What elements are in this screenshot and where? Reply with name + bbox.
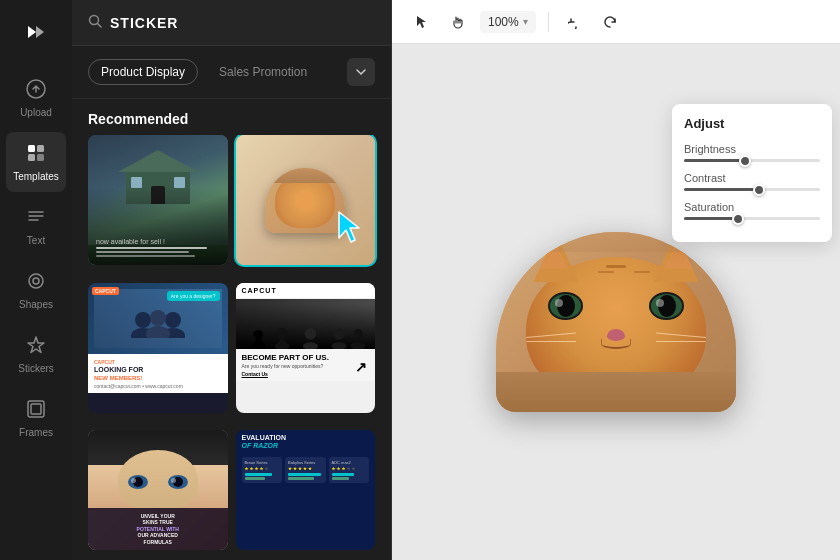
cat-left-eye — [548, 292, 583, 320]
canvas-toolbar: 100% ▾ — [392, 0, 840, 44]
template-card-business[interactable]: CAPCUT Are you a designer? CAP — [88, 283, 228, 413]
razor-stars-3 — [332, 467, 367, 471]
sidebar-label-text: Text — [27, 235, 45, 246]
filter-tabs: Product Display Sales Promotion — [72, 46, 391, 99]
saturation-thumb[interactable] — [732, 213, 744, 225]
svg-point-7 — [33, 278, 39, 284]
star-2 — [250, 467, 254, 471]
filter-more-button[interactable] — [347, 58, 375, 86]
unveil-line4: OUR ADVANCED — [138, 532, 178, 538]
stickers-icon — [25, 334, 47, 359]
undo-button[interactable] — [561, 8, 589, 36]
whisker-left-1 — [526, 333, 576, 339]
contrast-slider-track[interactable] — [684, 188, 820, 191]
star-3 — [255, 467, 259, 471]
razor-col-3: ADC max2 — [329, 457, 370, 483]
svg-point-30 — [350, 342, 365, 349]
business-image-area: CAPCUT Are you a designer? — [88, 283, 228, 355]
sidebar-item-upload[interactable]: Upload — [6, 68, 66, 128]
saturation-fill — [684, 217, 738, 220]
star-5 — [265, 467, 269, 471]
star-11 — [332, 467, 336, 471]
search-icon — [88, 14, 102, 31]
contact-us-link: Contact Us — [242, 371, 370, 377]
cat-right-eye — [649, 292, 684, 320]
sidebar-item-templates[interactable]: Templates — [6, 132, 66, 192]
saturation-slider-track[interactable] — [684, 217, 820, 220]
template-card-cat-bread[interactable] — [236, 135, 376, 265]
search-bar: STICKER — [72, 0, 391, 46]
house-image: now available for sell ! — [88, 135, 228, 265]
toolbar-separator — [548, 12, 549, 32]
svg-rect-3 — [37, 145, 44, 152]
svg-point-26 — [302, 342, 317, 349]
brightness-thumb[interactable] — [739, 155, 751, 167]
sidebar-label-stickers: Stickers — [18, 363, 54, 374]
contrast-thumb[interactable] — [753, 184, 765, 196]
template-card-razor[interactable]: EVALUATIONOF RAZOR Braun Series — [236, 430, 376, 550]
contrast-control: Contrast — [684, 172, 820, 191]
svg-point-31 — [353, 329, 363, 339]
redo-button[interactable] — [597, 8, 625, 36]
bread-shape — [265, 168, 345, 233]
whisker-right-2 — [656, 341, 706, 342]
house-line-3 — [96, 255, 195, 257]
hand-tool-button[interactable] — [444, 8, 472, 36]
star-4 — [260, 467, 264, 471]
sidebar-label-templates: Templates — [13, 171, 59, 182]
search-label: STICKER — [110, 15, 178, 31]
template-card-face[interactable]: UNVEIL YOUR SKINS TRUE POTENTIAL WITH OU… — [88, 430, 228, 550]
sidebar-label-frames: Frames — [19, 427, 53, 438]
template-card-house[interactable]: now available for sell ! — [88, 135, 228, 265]
looking-for-text: CAPCUT LOOKING FORNEW MEMBERS! — [94, 358, 222, 381]
zoom-chevron-icon: ▾ — [523, 16, 528, 27]
capcut-logo-icon — [20, 16, 52, 48]
star-14 — [347, 467, 351, 471]
contrast-label: Contrast — [684, 172, 820, 184]
template-card-capcut-join[interactable]: CAPCUT — [236, 283, 376, 413]
razor-bar-3 — [288, 473, 321, 476]
razor-col-1: Braun Series — [242, 457, 283, 483]
cat-bread-visual — [236, 135, 376, 265]
templates-grid: now available for sell ! — [72, 135, 391, 560]
razor-col1-title: Braun Series — [245, 460, 280, 465]
canvas-main: Adjust Brightness Contrast Saturation — [392, 44, 840, 560]
face-image — [88, 430, 228, 510]
sidebar-item-frames[interactable]: Frames — [6, 388, 66, 448]
stripe-3 — [634, 271, 650, 273]
house-line-2 — [96, 251, 189, 253]
filter-tab-sales-promotion[interactable]: Sales Promotion — [206, 59, 320, 85]
select-cursor-icon — [415, 15, 429, 29]
house-listing-text: now available for sell ! — [96, 238, 220, 257]
house-line-1 — [96, 247, 207, 249]
svg-point-17 — [150, 310, 166, 326]
frames-icon — [25, 398, 47, 423]
select-tool-button[interactable] — [408, 8, 436, 36]
contrast-fill — [684, 188, 759, 191]
sidebar-item-shapes[interactable]: Shapes — [6, 260, 66, 320]
sidebar-item-stickers[interactable]: Stickers — [6, 324, 66, 384]
svg-rect-4 — [28, 154, 35, 161]
unveil-line2: SKINS TRUE — [143, 519, 173, 525]
razor-col2-title: Babyliss Series — [288, 460, 323, 465]
svg-point-28 — [331, 342, 346, 349]
filter-tab-product-display[interactable]: Product Display — [88, 59, 198, 85]
capcut-small-tag: CAPCUT — [94, 359, 115, 365]
saturation-label: Saturation — [684, 201, 820, 213]
razor-stars-2 — [288, 467, 323, 471]
star-7 — [293, 467, 297, 471]
brightness-fill — [684, 159, 745, 162]
brightness-slider-track[interactable] — [684, 159, 820, 162]
zoom-control[interactable]: 100% ▾ — [480, 11, 536, 33]
star-9 — [303, 467, 307, 471]
svg-rect-2 — [28, 145, 35, 152]
capcut-photo-area — [236, 299, 376, 349]
are-you-ready-text: Are you ready for new opportunities? — [242, 363, 370, 369]
brightness-label: Brightness — [684, 143, 820, 155]
evaluation-label: EVALUATIONOF RAZOR — [242, 434, 370, 449]
walking-silhouettes-icon — [244, 309, 368, 349]
svg-rect-5 — [37, 154, 44, 161]
sidebar-item-text[interactable]: Text — [6, 196, 66, 256]
razor-bar-5 — [332, 473, 354, 476]
razor-header: EVALUATIONOF RAZOR — [236, 430, 376, 453]
